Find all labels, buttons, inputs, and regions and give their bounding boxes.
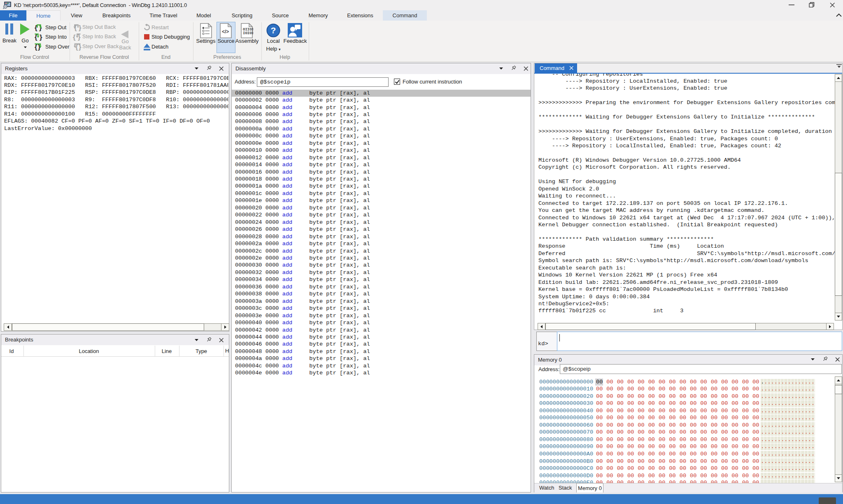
svg-text:{: { — [73, 33, 76, 41]
svg-text:}: } — [79, 24, 82, 32]
svg-text:?: ? — [271, 26, 276, 35]
svg-text:IOIOI: IOIOI — [243, 31, 253, 35]
svg-text:</>: </> — [222, 29, 229, 35]
svg-text:}: } — [40, 33, 42, 41]
